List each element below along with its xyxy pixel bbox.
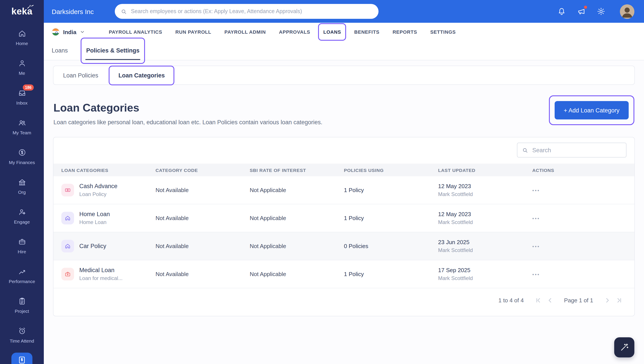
row-actions-button[interactable]: ••• xyxy=(532,272,545,277)
category-code-cell: Not Available xyxy=(155,271,250,278)
previous-page-button[interactable] xyxy=(547,298,553,303)
sidebar-item-home[interactable]: Home xyxy=(0,23,44,52)
column-header: LOAN CATEGORIES xyxy=(61,167,155,172)
user-avatar[interactable] xyxy=(620,4,634,18)
sidebar-item-my-team[interactable]: My Team xyxy=(0,112,44,142)
clock-icon xyxy=(18,327,26,335)
engage-icon xyxy=(18,208,26,216)
column-header: ACTIONS xyxy=(532,167,626,172)
sbi-rate-cell: Not Applicable xyxy=(250,271,344,278)
ai-assistant-button[interactable] xyxy=(614,337,634,358)
org-icon xyxy=(18,178,26,186)
gear-icon xyxy=(597,7,605,16)
sidebar-item-engage[interactable]: Engage xyxy=(0,201,44,231)
tab-label: Loan Policies xyxy=(63,72,98,78)
policies-using-cell: 1 Policy xyxy=(344,215,438,222)
nav-item-payroll-admin[interactable]: PAYROLL ADMIN xyxy=(225,29,266,34)
country-selector[interactable]: India xyxy=(52,28,85,36)
avatar-silhouette xyxy=(620,4,634,18)
sidebar-item-org[interactable]: Org xyxy=(0,172,44,201)
sidebar: keka Home Me 186 Inbox My Team My Financ… xyxy=(0,0,44,364)
sbi-rate-cell: Not Applicable xyxy=(250,215,344,222)
sidebar-item-performance[interactable]: Performance xyxy=(0,261,44,290)
finances-icon xyxy=(18,148,26,156)
table-row: Medical Loan Loan for medical... Not Ava… xyxy=(54,260,634,288)
add-loan-category-button[interactable]: + Add Loan Category xyxy=(555,101,629,120)
pagination-right-controls xyxy=(604,298,622,303)
magic-wand-icon xyxy=(619,342,629,352)
table-row: Cash Advance Loan Policy Not Available N… xyxy=(54,176,634,204)
row-actions-button[interactable]: ••• xyxy=(532,244,545,249)
nav-item-payroll-analytics[interactable]: PAYROLL ANALYTICS xyxy=(109,29,162,34)
tab-loan-categories[interactable]: Loan Categories xyxy=(118,72,165,78)
performance-icon xyxy=(18,267,26,276)
chevron-down-icon xyxy=(80,29,85,34)
sidebar-item-me[interactable]: Me xyxy=(0,52,44,82)
notifications-button[interactable] xyxy=(557,7,566,16)
nav-item-reports[interactable]: REPORTS xyxy=(392,29,417,34)
nav-item-loans[interactable]: LOANS xyxy=(323,29,341,34)
subnav-item-policies-settings[interactable]: Policies & Settings xyxy=(86,41,139,60)
table-search-input[interactable] xyxy=(532,147,622,153)
project-icon xyxy=(18,297,26,306)
subnav-item-loans[interactable]: Loans xyxy=(52,41,68,60)
sidebar-item-project[interactable]: Project xyxy=(0,290,44,320)
search-icon xyxy=(522,147,528,153)
category-name: Medical Loan xyxy=(79,267,122,274)
cash-icon xyxy=(61,184,74,196)
last-page-button[interactable] xyxy=(616,298,622,303)
sidebar-item-inbox[interactable]: 186 Inbox xyxy=(0,82,44,112)
pagination-page-label: Page 1 of 1 xyxy=(564,297,593,304)
page-header-text: Loan Categories Loan categories like per… xyxy=(54,102,322,126)
category-name-cell: Home Loan Home Loan xyxy=(61,211,155,225)
briefcase-icon xyxy=(18,238,26,246)
module-navbar: India PAYROLL ANALYTICS RUN PAYROLL PAYR… xyxy=(44,23,644,41)
sidebar-item-payroll-active[interactable] xyxy=(12,352,33,364)
subnav-item-label: Policies & Settings xyxy=(86,47,139,54)
first-page-button[interactable] xyxy=(535,298,541,303)
page-title: Loan Categories xyxy=(54,102,322,114)
main-column: Darksiders Inc xyxy=(44,0,644,364)
last-updated-date: 17 Sep 2025 xyxy=(438,267,532,274)
nav-item-run-payroll[interactable]: RUN PAYROLL xyxy=(175,29,211,34)
settings-button[interactable] xyxy=(597,7,605,16)
policies-using-cell: 1 Policy xyxy=(344,187,438,194)
tab-loan-policies[interactable]: Loan Policies xyxy=(63,72,98,78)
sidebar-item-label: Performance xyxy=(9,279,35,284)
nav-item-approvals[interactable]: APPROVALS xyxy=(279,29,310,34)
category-description: Home Loan xyxy=(79,219,110,225)
global-search-input[interactable] xyxy=(131,8,373,14)
team-icon xyxy=(18,118,26,127)
row-actions-button[interactable]: ••• xyxy=(532,216,545,221)
sidebar-item-time-attend[interactable]: Time Attend xyxy=(0,320,44,350)
bell-icon xyxy=(557,7,566,16)
sidebar-item-label: Inbox xyxy=(16,100,27,106)
category-code-cell: Not Available xyxy=(155,187,250,194)
sidebar-item-hire[interactable]: Hire xyxy=(0,231,44,261)
sidebar-item-label: Hire xyxy=(18,249,26,254)
sidebar-item-label: Engage xyxy=(14,219,30,224)
announcements-button[interactable] xyxy=(577,7,586,16)
table-search xyxy=(517,142,626,158)
row-actions-button[interactable]: ••• xyxy=(532,188,545,193)
keka-logo[interactable]: keka xyxy=(0,0,44,23)
nav-item-settings[interactable]: SETTINGS xyxy=(430,29,456,34)
policies-using-cell: 0 Policies xyxy=(344,243,438,250)
india-flag-icon xyxy=(52,28,60,36)
category-description: Loan for medical... xyxy=(79,275,122,281)
nav-item-label: LOANS xyxy=(323,29,341,34)
logo-spark-icon xyxy=(27,4,34,9)
sidebar-item-my-finances[interactable]: My Finances xyxy=(0,142,44,172)
country-label: India xyxy=(63,29,76,35)
topbar: Darksiders Inc xyxy=(44,0,644,23)
company-name: Darksiders Inc xyxy=(52,8,94,15)
next-page-button[interactable] xyxy=(604,298,610,303)
last-updated-by: Mark Scottfield xyxy=(438,219,532,225)
nav-item-benefits[interactable]: BENEFITS xyxy=(354,29,379,34)
category-name-text: Car Policy xyxy=(79,243,106,250)
page-header: Loan Categories Loan categories like per… xyxy=(53,102,635,126)
loan-categories-table-card: LOAN CATEGORIES CATEGORY CODE SBI RATE O… xyxy=(53,137,635,316)
last-updated-date: 12 May 2023 xyxy=(438,211,532,218)
category-name-cell: Car Policy xyxy=(61,240,155,252)
last-updated-by: Mark Scottfield xyxy=(438,191,532,197)
